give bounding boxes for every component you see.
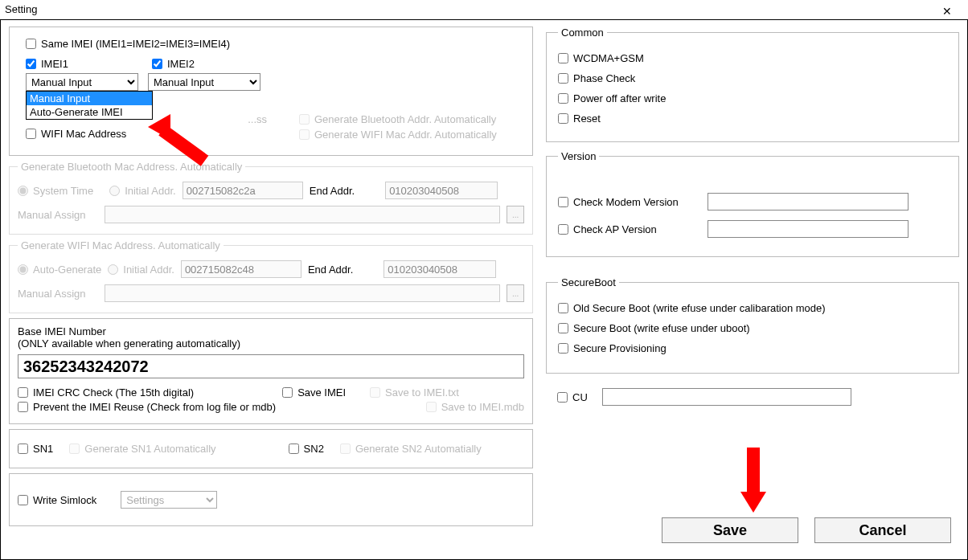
wifi-auto-radio: Auto-Generate: [18, 264, 101, 276]
save-imei-mdb-checkbox: Save to IMEI.mdb: [426, 401, 524, 413]
sn-group: SN1 Generate SN1 Automatically SN2 Gener…: [9, 429, 533, 468]
bt-end-label: End Addr.: [310, 185, 355, 197]
imei1-checkbox[interactable]: IMEI1: [26, 58, 68, 70]
wifi-initaddr-radio: Initial Addr.: [108, 264, 174, 276]
bt-init-value: [183, 182, 303, 199]
wifi-end-label: End Addr.: [308, 264, 353, 276]
ap-version-input[interactable]: [708, 220, 909, 238]
base-imei-group: Base IMEI Number (ONLY available when ge…: [9, 318, 533, 424]
save-imei-txt-checkbox: Save to IMEI.txt: [370, 386, 459, 399]
secureboot-group: SecureBoot Old Secure Boot (write efuse …: [546, 276, 959, 374]
close-icon[interactable]: ✕: [931, 2, 963, 18]
poweroff-checkbox[interactable]: Power off after write: [558, 92, 666, 104]
annotation-arrow-2: [740, 448, 766, 513]
bt-auto-checkbox: Generate Bluetooth Addr. Automatically: [299, 113, 496, 125]
phase-check-checkbox[interactable]: Phase Check: [558, 72, 635, 84]
save-imei-checkbox[interactable]: Save IMEI: [282, 386, 346, 399]
dropdown-option-manual[interactable]: Manual Input: [27, 92, 152, 105]
reset-checkbox[interactable]: Reset: [558, 112, 601, 125]
wifi-addr-checkbox[interactable]: WIFI Mac Address: [26, 128, 126, 140]
version-group: Version Check Modem Version Check AP Ver…: [546, 150, 959, 257]
prevent-reuse-checkbox[interactable]: Prevent the IMEI Reuse (Check from log f…: [18, 401, 276, 413]
gen-wifi-group: Generate WIFI Mac Address. Automatically…: [9, 239, 533, 313]
dialog-body: Same IMEI (IMEI1=IMEI2=IMEI3=IMEI4) IMEI…: [0, 19, 968, 560]
old-secure-boot-checkbox[interactable]: Old Secure Boot (write efuse under calib…: [558, 302, 826, 314]
write-simlock-checkbox[interactable]: Write Simlock: [18, 494, 96, 506]
cu-input[interactable]: [602, 388, 851, 406]
secure-boot-checkbox[interactable]: Secure Boot (write efuse under uboot): [558, 322, 750, 334]
check-modem-checkbox[interactable]: Check Modem Version: [558, 196, 701, 208]
gen-sn2-checkbox: Generate SN2 Automatially: [340, 443, 482, 455]
cancel-button[interactable]: Cancel: [814, 517, 951, 543]
gen-bt-group: Generate Bluetooth Mac Address. Automati…: [9, 161, 533, 235]
dropdown-option-auto[interactable]: Auto-Generate IMEI: [27, 105, 152, 119]
imei1-mode-select[interactable]: Manual Input Manual Input Auto-Generate …: [26, 73, 138, 91]
wifi-manual-input: [105, 284, 500, 302]
same-imei-checkbox[interactable]: Same IMEI (IMEI1=IMEI2=IMEI3=IMEI4): [26, 38, 230, 50]
bt-initaddr-radio: Initial Addr.: [109, 185, 176, 197]
bt-addr-checkbox[interactable]: ...ss: [248, 113, 267, 125]
save-button[interactable]: Save: [662, 517, 798, 543]
titlebar: Setting ✕: [0, 0, 968, 19]
bt-systime-radio: System Time: [18, 185, 93, 197]
imei2-checkbox[interactable]: IMEI2: [152, 58, 195, 70]
wifi-browse-button: ...: [507, 284, 524, 302]
sn2-checkbox[interactable]: SN2: [289, 443, 324, 455]
imei1-dropdown-list: Manual Input Auto-Generate IMEI: [26, 91, 153, 120]
check-ap-checkbox[interactable]: Check AP Version: [558, 223, 701, 235]
modem-version-input[interactable]: [708, 193, 909, 211]
bt-manual-label: Manual Assign: [18, 209, 98, 221]
imei-crc-checkbox[interactable]: IMEI CRC Check (The 15th digital): [18, 386, 194, 399]
secure-provisioning-checkbox[interactable]: Secure Provisioning: [558, 342, 667, 354]
bt-manual-input: [105, 206, 500, 223]
simlock-group: Write Simlock Settings: [9, 473, 533, 526]
base-imei-title: Base IMEI Number: [18, 325, 524, 337]
gen-sn1-checkbox: Generate SN1 Automatically: [69, 443, 215, 455]
common-group: Common WCDMA+GSM Phase Check Power off a…: [546, 27, 959, 142]
wifi-auto-checkbox: Generate WIFI Mac Addr. Automatically: [299, 129, 497, 141]
base-imei-sub: (ONLY available when generating automati…: [18, 337, 524, 349]
wifi-manual-label: Manual Assign: [18, 288, 98, 300]
wifi-end-value: [384, 260, 496, 278]
imei2-mode-select[interactable]: Manual Input: [148, 73, 260, 91]
bt-browse-button: ...: [507, 206, 524, 223]
wcdma-gsm-checkbox[interactable]: WCDMA+GSM: [558, 52, 644, 64]
bt-end-value: [385, 182, 498, 199]
base-imei-input[interactable]: [18, 354, 524, 378]
window-title: Setting: [5, 0, 37, 19]
wifi-init-value: [181, 260, 301, 278]
cu-checkbox[interactable]: CU: [557, 391, 588, 403]
simlock-settings-select: Settings: [121, 491, 217, 509]
sn1-checkbox[interactable]: SN1: [18, 443, 53, 455]
